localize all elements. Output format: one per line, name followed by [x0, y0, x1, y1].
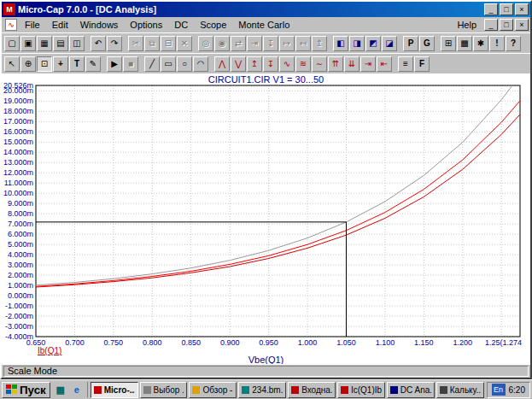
menu-monte-carlo[interactable]: Monte Carlo — [232, 19, 295, 31]
paste-icon: ⊟ — [165, 39, 172, 48]
chart-area: 20.526m20.000m19.000m18.000m17.000m16.00… — [2, 73, 530, 364]
show-desktop-icon[interactable]: ▦ — [53, 382, 68, 397]
help-button[interactable]: ? — [506, 36, 521, 51]
p-button[interactable]: P — [403, 36, 418, 51]
accumulate-plots-button[interactable]: ✱ — [473, 36, 488, 51]
cascade-windows-icon: ◧ — [336, 39, 344, 48]
svg-text:1.000: 1.000 — [298, 338, 318, 347]
scale-mode-button[interactable]: ⊡ — [37, 56, 52, 72]
chart-title: CIRCUIT1.CIR V1 = 30...50 — [2, 74, 530, 85]
tile-horizontal-button[interactable]: ◩ — [365, 36, 381, 51]
open-button[interactable]: ▣ — [20, 36, 36, 51]
next-point-button[interactable]: ⇥ — [360, 56, 376, 72]
accumulate-plots-icon: ✱ — [477, 39, 484, 48]
graphics-mode-button[interactable]: ✎ — [85, 56, 101, 72]
help-icon: ? — [511, 39, 516, 48]
svg-text:4.000m: 4.000m — [8, 250, 33, 259]
undo-button[interactable]: ↶ — [91, 36, 106, 51]
task-button-2[interactable]: Выбор ... — [140, 382, 188, 398]
task-label: Кальку... — [450, 385, 481, 395]
maximize-button[interactable]: □ — [500, 3, 513, 15]
rectangle-tool-icon: ▭ — [164, 60, 172, 68]
menu-dc[interactable]: DC — [168, 19, 194, 31]
line-tool-button[interactable]: ╱ — [144, 56, 160, 72]
select-mode-button[interactable]: ↖ — [4, 56, 20, 72]
menu-windows[interactable]: Windows — [74, 19, 125, 31]
text-mode-button[interactable]: T — [69, 56, 85, 72]
svg-text:-3.000m: -3.000m — [5, 322, 33, 331]
font-button[interactable]: F — [414, 56, 430, 72]
task-button-5[interactable]: Входна... — [288, 382, 336, 398]
clock[interactable]: 6:20 — [509, 385, 525, 395]
g-button[interactable]: G — [419, 36, 435, 51]
align-cursors-button[interactable]: ≡ — [398, 56, 413, 72]
task-button-6[interactable]: Ic(Q1)Ib... — [337, 382, 385, 398]
svg-text:1.200: 1.200 — [453, 338, 472, 347]
next-bookmark-icon: ↦ — [284, 39, 290, 48]
top-cursor-button[interactable]: ⇈ — [328, 56, 343, 72]
run-button[interactable]: ▶ — [107, 56, 122, 72]
cascade-windows-button[interactable]: ◧ — [333, 36, 348, 51]
ellipse-tool-button[interactable]: ○ — [177, 56, 192, 72]
bottom-cursor-button[interactable]: ⇊ — [344, 56, 360, 72]
warning-button[interactable]: ! — [489, 36, 505, 51]
menu-edit[interactable]: Edit — [46, 19, 74, 31]
task-button-1[interactable]: Micro-... — [91, 382, 138, 398]
tile-vertical-icon: ◨ — [353, 39, 360, 48]
high-cursor-button[interactable]: ↥ — [247, 56, 262, 72]
inflection-cursor-button[interactable]: ∿ — [279, 56, 295, 72]
cursor-mode-button[interactable]: + — [53, 56, 68, 72]
task-label: Ic(Q1)Ib... — [351, 385, 382, 395]
task-button-4[interactable]: 234.bm... — [238, 382, 286, 398]
child-window-icon[interactable]: ∿ — [5, 19, 17, 31]
save-button[interactable]: ▦ — [37, 36, 52, 51]
app-window: M Micro-Cap 7.0.0 - [DC Analysis] _ □ × … — [0, 0, 532, 379]
clear-icon: ✕ — [181, 39, 188, 48]
task-button-3[interactable]: Обзор - ... — [189, 382, 237, 398]
next-point-icon: ⇥ — [365, 60, 371, 68]
child-close-button[interactable]: × — [515, 19, 529, 31]
child-restore-button[interactable]: □ — [500, 19, 513, 31]
quick-launch: ▦e — [53, 382, 88, 397]
arc-tool-button[interactable]: ◠ — [193, 56, 208, 72]
print-preview-button[interactable]: ◫ — [69, 36, 85, 51]
keyboard-layout-indicator[interactable]: En — [492, 384, 506, 396]
menu-scope[interactable]: Scope — [194, 19, 232, 31]
redo-button[interactable]: ↷ — [107, 36, 122, 51]
rectangle-tool-button[interactable]: ▭ — [161, 56, 176, 72]
low-cursor-button[interactable]: ↧ — [263, 56, 278, 72]
valley-cursor-button[interactable]: ⋁ — [231, 56, 246, 72]
global-high-button[interactable]: ≋ — [295, 56, 311, 72]
bookmark-icon: ↧ — [267, 39, 274, 48]
task-label: 234.bm... — [252, 385, 283, 395]
menu-file[interactable]: File — [19, 19, 46, 31]
tile-vertical-button[interactable]: ◨ — [349, 36, 365, 51]
inflection-cursor-icon: ∿ — [284, 60, 290, 68]
menu-options[interactable]: Options — [124, 19, 168, 31]
clear-bookmarks-icon: ↥ — [316, 39, 323, 48]
task-button-7[interactable]: DC Ana... — [387, 382, 435, 398]
curve-ib-q1-v1-30[interactable] — [36, 114, 520, 287]
close-button[interactable]: × — [515, 3, 529, 15]
svg-text:11.000m: 11.000m — [4, 179, 33, 187]
calculator-icon — [440, 386, 447, 394]
overlap-windows-button[interactable]: ◪ — [382, 36, 397, 51]
child-minimize-button[interactable]: _ — [484, 19, 498, 31]
svg-text:1.150: 1.150 — [414, 338, 434, 347]
svg-text:0.800: 0.800 — [143, 338, 162, 347]
print-button[interactable]: ▤ — [53, 36, 68, 51]
internet-explorer-icon[interactable]: e — [69, 382, 85, 397]
menu-help[interactable]: Help — [451, 19, 482, 31]
component-palette-button[interactable]: ⊞ — [441, 36, 456, 51]
replace-button: ⇄ — [231, 36, 246, 51]
shape-palette-button[interactable]: ▩ — [457, 36, 472, 51]
zoom-mode-button[interactable]: ⊕ — [20, 56, 36, 72]
new-button[interactable]: ▢ — [4, 36, 20, 51]
global-low-button[interactable]: ∼ — [312, 56, 327, 72]
task-button-8[interactable]: Кальку... — [436, 382, 484, 398]
peak-cursor-button[interactable]: ⋀ — [214, 56, 230, 72]
start-button[interactable]: Пуск — [2, 382, 50, 398]
previous-point-button[interactable]: ⇤ — [377, 56, 392, 72]
minimize-button[interactable]: _ — [484, 3, 498, 15]
curve-ib-q1-v1-40[interactable] — [36, 101, 520, 286]
